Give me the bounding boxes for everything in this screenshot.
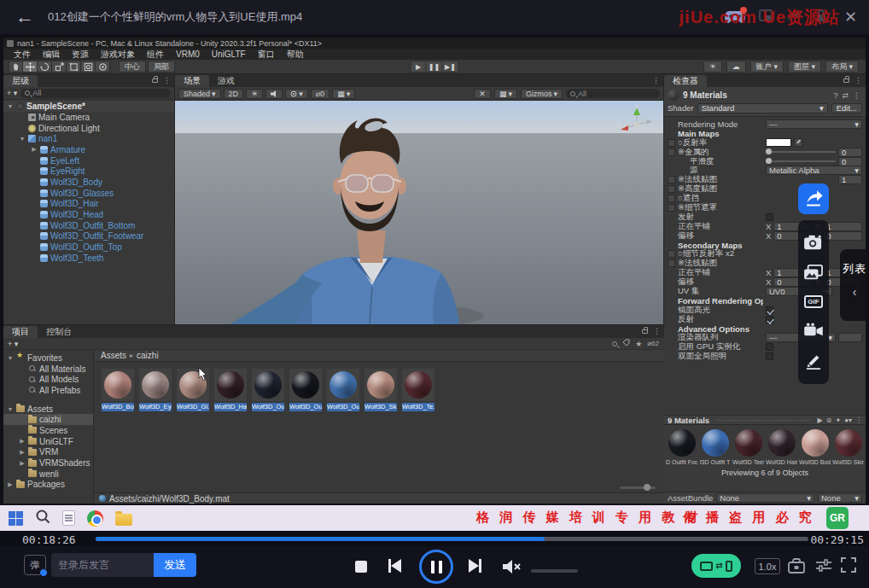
hand-tool[interactable] [9,61,23,73]
panel-menu-icon[interactable]: ⋮ [653,327,661,335]
preview-material[interactable]: Wolf3D Skin [832,429,864,465]
editor-play-button[interactable]: ▶ [411,61,427,73]
hierarchy-item[interactable]: Wolf3D_Outfit_Top [3,242,174,253]
expander-icon[interactable]: ▶ [19,460,26,467]
preview-play-icon[interactable]: ▶ [818,416,823,424]
editor-pause-button[interactable]: ❚❚ [427,61,443,73]
panel-menu-icon[interactable]: ⋮ [163,76,171,84]
value-field[interactable]: 1 [838,175,862,184]
share-capture-button[interactable] [798,183,829,214]
preview-material[interactable]: f3D Outfit T [699,429,731,465]
expander-icon[interactable]: ▶ [7,481,14,488]
scene-search-input[interactable]: All [566,89,660,98]
slider-track[interactable] [766,160,836,162]
tab-scene[interactable]: 场景 [175,75,209,87]
drag-handle[interactable] [716,420,810,421]
preview-material[interactable]: Wolf3D Body [799,429,831,465]
settings-sliders-icon[interactable] [814,557,833,578]
volume-slider[interactable] [531,569,578,573]
inspector-row[interactable]: 双面全局照明 [668,352,862,361]
preset-icon[interactable]: ⇄ [842,91,849,100]
shader-dropdown[interactable]: Standard▾ [697,103,828,114]
hierarchy-item[interactable]: ▼ nan1 [3,133,174,144]
texture-slot[interactable] [668,204,675,212]
hierarchy-item[interactable]: Wolf3D_Outfit_Footwear [3,231,174,242]
hierarchy-item[interactable]: Wolf3D_Body [3,177,174,188]
create-menu-button[interactable]: + ▾ [7,89,17,97]
tab-console[interactable]: 控制台 [38,326,80,338]
inspector-row[interactable]: 偏移 X [668,231,862,241]
tab-hierarchy[interactable]: 层级 [3,75,38,87]
seek-bar[interactable] [96,537,808,541]
expander-icon[interactable]: ▶ [19,449,26,456]
slider-knob[interactable] [766,148,772,154]
tab-project[interactable]: 项目 [3,326,38,338]
texture-slot[interactable] [668,176,675,183]
image-gallery-icon[interactable] [803,265,824,282]
folder-item[interactable]: ▶ UniGLTF [3,436,93,447]
menu-item[interactable]: 组件 [142,49,169,61]
2d-toggle[interactable]: 2D [224,89,244,99]
preview-material[interactable]: D Outfit Foo [666,429,697,465]
lighting-status-icon[interactable]: ☀ [703,61,722,73]
inspector-row[interactable]: 反射 [668,315,862,324]
breadcrumb-leaf[interactable]: caizhi [137,351,159,360]
hierarchy-item[interactable]: EyeRight [3,166,174,177]
help-icon[interactable]: ? [833,91,837,100]
y-field[interactable]: 0 [823,231,862,241]
move-tool[interactable] [23,61,38,73]
video-record-icon[interactable] [803,323,824,338]
effects-dropdown[interactable]: ▾ [285,89,308,99]
material-asset[interactable]: Wolf3D_Eye [138,369,172,411]
taskbar-search-icon[interactable] [35,509,50,527]
folder-item[interactable]: ▼ Favorites [3,352,93,364]
toolbox-icon[interactable] [787,557,806,578]
material-asset[interactable]: Wolf3D_Ou.. [326,369,360,411]
hierarchy-item[interactable]: Directional Light [3,123,174,134]
menu-item[interactable]: UniGLTF [207,49,251,59]
chrome-icon[interactable] [87,510,103,527]
folder-item[interactable]: ▶ VRMShaders [3,457,93,469]
space-toggle[interactable]: 局部 [148,61,175,73]
hierarchy-item[interactable]: Wolf3D_Outfit_Bottom [3,220,174,231]
gizmos-dropdown[interactable]: Gizmos▾ [521,89,563,99]
slider-track[interactable] [766,151,836,153]
shading-mode-dropdown[interactable]: Shaded▾ [178,89,221,99]
scale-tool[interactable] [52,61,67,73]
close-button[interactable]: ✕ [841,8,860,26]
mini-window-icon[interactable] [759,9,773,25]
scene-viewport[interactable]: y x [175,101,663,324]
hierarchy-item[interactable]: Wolf3D_Hair [3,199,174,210]
thumbnail-zoom-slider[interactable] [620,486,656,489]
checkbox[interactable] [766,213,773,221]
panel-menu-icon[interactable]: ⋮ [652,76,660,84]
transform-tool[interactable] [81,61,96,73]
grid-dropdown[interactable]: ▦▾ [332,89,355,99]
hierarchy-search-input[interactable]: All [20,89,171,98]
expander-icon[interactable]: ▼ [19,136,26,142]
checkbox[interactable] [766,352,773,360]
rotate-tool[interactable] [38,61,52,73]
axis-gizmo[interactable]: y x [617,104,656,143]
hierarchy-item[interactable]: ▶ Armature [3,144,174,155]
folder-item[interactable]: Scenes [3,425,93,436]
create-asset-button[interactable]: + ▾ [8,340,18,348]
task-view-icon[interactable] [62,510,75,526]
danmaku-toggle[interactable]: 弹 [24,555,46,575]
file-explorer-icon[interactable] [115,514,132,526]
material-asset[interactable]: Wolf3D_Sk.. [364,369,398,411]
menu-item[interactable]: 资源 [67,49,94,61]
previous-button[interactable] [388,559,401,573]
menu-item[interactable]: VRM0 [171,49,205,59]
hierarchy-item[interactable]: Wolf3D_Glasses [3,188,174,199]
material-asset[interactable]: Wolf3D_Ou.. [251,369,285,411]
texture-slot[interactable] [668,139,675,147]
rect-tool[interactable] [67,61,81,73]
texture-slot[interactable] [668,148,675,156]
menu-item[interactable]: 窗口 [253,49,280,61]
preview-mode-dropdown[interactable]: ●▾ [844,416,852,424]
folder-item[interactable]: caizhi [3,414,93,425]
scene-lighting-toggle[interactable]: ☀ [246,89,263,99]
assetbundle-variant-dropdown[interactable]: None▾ [818,493,862,503]
stop-button[interactable] [355,561,367,573]
